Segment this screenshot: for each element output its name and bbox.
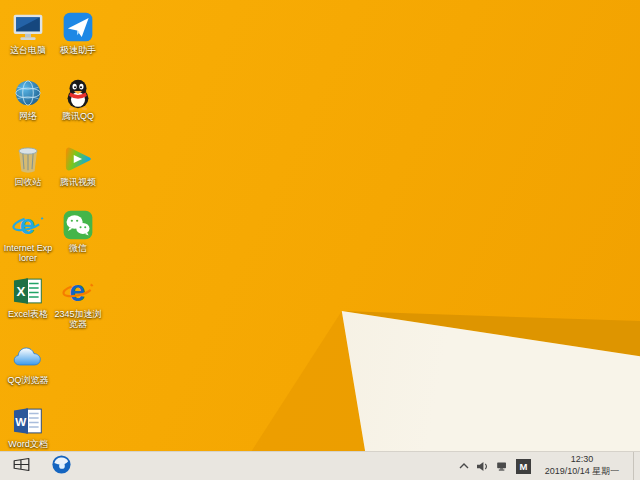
tencent-video-icon bbox=[61, 142, 95, 176]
excel-icon: X bbox=[11, 274, 45, 308]
desktop-icon-internet-explorer[interactable]: e Internet Explorer bbox=[3, 208, 53, 264]
desktop-icon-speed-assistant[interactable]: 极速助手 bbox=[53, 10, 103, 55]
svg-text:X: X bbox=[16, 284, 25, 299]
wechat-icon bbox=[61, 208, 95, 242]
desktop-icon-label: 极速助手 bbox=[60, 45, 96, 55]
taskbar-browser-icon[interactable] bbox=[42, 452, 80, 480]
taskbar: M 12:30 2019/10/14 星期一 bbox=[0, 451, 640, 480]
clock-date: 2019/10/14 星期一 bbox=[542, 466, 622, 478]
browser-circle-icon bbox=[51, 454, 72, 479]
desktop-icon-label: 回收站 bbox=[15, 177, 42, 187]
desktop-icon-tencent-video[interactable]: 腾讯视频 bbox=[53, 142, 103, 187]
tray-clock[interactable]: 12:30 2019/10/14 星期一 bbox=[538, 454, 626, 477]
network-globe-icon bbox=[11, 76, 45, 110]
word-icon: W bbox=[11, 404, 45, 438]
desktop-icon-label: 微信 bbox=[69, 243, 87, 253]
desktop-icon-network[interactable]: 网络 bbox=[3, 76, 53, 121]
desktop-icon-2345-browser[interactable]: e 2345加速浏览器 bbox=[53, 274, 103, 330]
desktop-icon-word[interactable]: W Word文档 bbox=[3, 404, 53, 449]
desktop-icon-excel[interactable]: X Excel表格 bbox=[3, 274, 53, 319]
speed-assistant-icon bbox=[61, 10, 95, 44]
desktop-icon-wechat[interactable]: 微信 bbox=[53, 208, 103, 253]
2345-browser-icon: e bbox=[61, 274, 95, 308]
desktop-icon-label: QQ浏览器 bbox=[7, 375, 48, 385]
qq-browser-cloud-icon bbox=[11, 340, 45, 374]
clock-time: 12:30 bbox=[542, 454, 622, 466]
windows-logo-icon bbox=[12, 457, 31, 476]
desktop-icon-label: Internet Explorer bbox=[3, 243, 53, 264]
desktop-icon-this-pc[interactable]: 这台电脑 bbox=[3, 10, 53, 55]
desktop-icon-tencent-qq[interactable]: 腾讯QQ bbox=[53, 76, 103, 121]
desktop-icon-label: 腾讯QQ bbox=[62, 111, 94, 121]
desktop-icon-label: Excel表格 bbox=[8, 309, 48, 319]
system-tray: M 12:30 2019/10/14 星期一 bbox=[459, 452, 640, 480]
network-icon[interactable] bbox=[496, 452, 509, 480]
desktop-icon-label: 腾讯视频 bbox=[60, 177, 96, 187]
desktop-icon-label: 网络 bbox=[19, 111, 37, 121]
volume-icon[interactable] bbox=[476, 452, 489, 480]
ime-indicator[interactable]: M bbox=[516, 459, 531, 474]
show-desktop-button[interactable] bbox=[633, 452, 639, 480]
svg-text:W: W bbox=[15, 415, 26, 428]
desktop: 这台电脑 网络 回收站 bbox=[0, 0, 640, 480]
qq-penguin-icon bbox=[61, 76, 95, 110]
hidden-icons-expand-icon[interactable] bbox=[459, 452, 469, 480]
desktop-icon-recycle-bin[interactable]: 回收站 bbox=[3, 142, 53, 187]
svg-text:e: e bbox=[69, 275, 85, 307]
desktop-icon-label: Word文档 bbox=[8, 439, 47, 449]
desktop-icon-label: 2345加速浏览器 bbox=[53, 309, 103, 330]
svg-text:e: e bbox=[20, 209, 35, 240]
desktop-icon-qq-browser[interactable]: QQ浏览器 bbox=[3, 340, 53, 385]
desktop-icon-label: 这台电脑 bbox=[10, 45, 46, 55]
start-button[interactable] bbox=[0, 452, 42, 480]
this-pc-icon bbox=[11, 10, 45, 44]
internet-explorer-icon: e bbox=[11, 208, 45, 242]
recycle-bin-icon bbox=[11, 142, 45, 176]
